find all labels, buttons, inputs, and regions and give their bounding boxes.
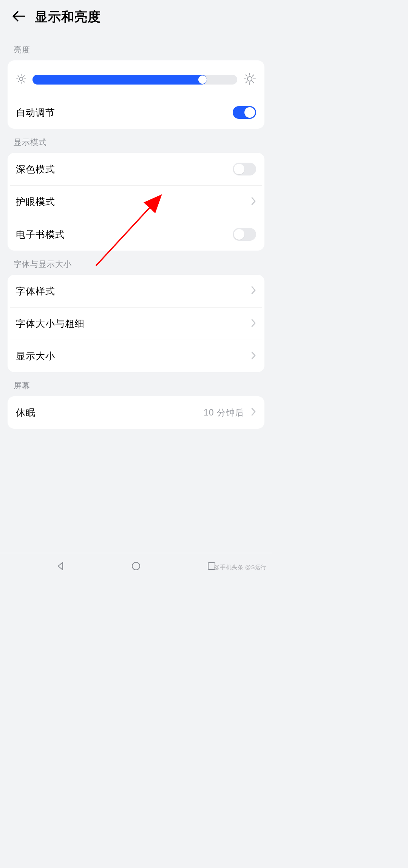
chevron-right-icon	[251, 319, 256, 329]
section-label-font: 字体与显示大小	[0, 251, 272, 275]
svg-line-7	[23, 76, 24, 77]
brightness-card: 自动调节	[8, 60, 264, 129]
eye-comfort-row[interactable]: 护眼模式	[10, 185, 262, 218]
auto-brightness-row: 自动调节	[8, 96, 264, 129]
svg-point-0	[20, 77, 23, 81]
brightness-slider-thumb[interactable]	[198, 75, 207, 84]
chevron-right-icon	[251, 197, 256, 207]
eye-comfort-tail	[251, 197, 256, 207]
section-label-display-mode: 显示模式	[0, 129, 272, 153]
nav-back-button[interactable]	[45, 557, 76, 575]
brightness-low-icon	[16, 74, 26, 86]
section-label-brightness: 亮度	[0, 36, 272, 60]
svg-rect-20	[208, 563, 215, 569]
sleep-label: 休眠	[16, 406, 36, 419]
svg-line-6	[23, 81, 24, 82]
section-label-screen: 屏幕	[0, 372, 272, 396]
svg-point-19	[132, 562, 140, 570]
dark-mode-toggle[interactable]	[233, 163, 256, 175]
system-nav-bar	[0, 553, 272, 579]
sleep-tail: 10 分钟后	[204, 407, 256, 419]
font-style-label: 字体样式	[16, 285, 55, 297]
svg-line-16	[252, 75, 254, 76]
header: 显示和亮度	[0, 0, 272, 36]
brightness-slider-row	[8, 60, 264, 96]
font-size-row[interactable]: 字体大小与粗细	[10, 307, 262, 340]
svg-point-9	[247, 77, 252, 81]
chevron-right-icon	[251, 286, 256, 296]
brightness-slider-fill	[32, 75, 207, 85]
svg-line-8	[18, 81, 19, 82]
chevron-right-icon	[251, 351, 256, 362]
dark-mode-label: 深色模式	[16, 163, 55, 175]
brightness-slider[interactable]	[32, 75, 237, 85]
nav-home-button[interactable]	[121, 557, 151, 575]
eye-comfort-label: 护眼模式	[16, 195, 55, 208]
font-style-row[interactable]: 字体样式	[8, 275, 264, 307]
ebook-mode-label: 电子书模式	[16, 228, 65, 241]
page-title: 显示和亮度	[35, 8, 101, 26]
screen-card: 休眠 10 分钟后	[8, 396, 264, 429]
ebook-mode-row: 电子书模式	[10, 218, 262, 251]
font-size-label: 字体大小与粗细	[16, 317, 85, 330]
svg-line-5	[18, 76, 19, 77]
display-size-label: 显示大小	[16, 350, 55, 362]
auto-brightness-toggle[interactable]	[233, 106, 256, 119]
display-mode-card: 深色模式 护眼模式 电子书模式	[8, 153, 264, 251]
ebook-mode-toggle[interactable]	[233, 228, 256, 241]
svg-line-14	[246, 75, 247, 76]
dark-mode-row: 深色模式	[8, 153, 264, 185]
nav-recent-button[interactable]	[196, 557, 227, 575]
auto-brightness-label: 自动调节	[16, 106, 55, 119]
display-size-row[interactable]: 显示大小	[10, 340, 262, 372]
brightness-high-icon	[243, 72, 256, 87]
svg-line-17	[246, 82, 247, 83]
svg-line-15	[252, 82, 254, 83]
sleep-value: 10 分钟后	[204, 407, 244, 419]
back-icon[interactable]	[12, 11, 25, 23]
font-card: 字体样式 字体大小与粗细 显示大小	[8, 275, 264, 372]
sleep-row[interactable]: 休眠 10 分钟后	[8, 396, 264, 429]
chevron-right-icon	[251, 407, 256, 418]
